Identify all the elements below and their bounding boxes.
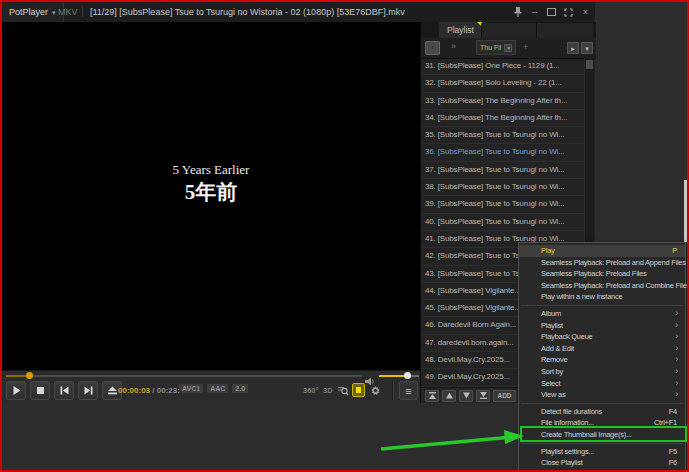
- minimize-icon[interactable]: –: [529, 6, 540, 18]
- playlist-item[interactable]: 40. [SubsPlease] Tsue to Tsurugi no Wi..…: [421, 214, 584, 231]
- play-button[interactable]: [6, 381, 26, 400]
- playlist-toolbar: ‹ » Thu Fil × + ▸ ▾: [421, 38, 596, 59]
- playlist-item[interactable]: 36. [SubsPlease] Tsue to Tsurugi no Wi..…: [421, 144, 584, 161]
- skip-previous-icon: [59, 385, 70, 396]
- potplayer-window: PotPlayer▾ MKV [11/29] [SubsPlease] Tsue…: [2, 2, 595, 403]
- stop-icon: [35, 385, 46, 396]
- app-menu-button[interactable]: PotPlayer▾: [2, 2, 64, 22]
- chevron-down-icon: ▾: [52, 9, 56, 16]
- tab-slot-empty-1[interactable]: [481, 23, 536, 38]
- chevron-right-icon: ▸: [571, 45, 575, 52]
- tab-overflow-icon[interactable]: »: [451, 41, 456, 51]
- menu-item-label: Close Playlist: [541, 458, 583, 467]
- add-tab-icon[interactable]: +: [523, 42, 528, 52]
- eject-icon: [107, 385, 118, 396]
- scrollbar-thumb[interactable]: [586, 60, 593, 69]
- playlist-tab-bar: Playlist: [421, 22, 596, 39]
- page-scrollbar-fragment[interactable]: [684, 180, 688, 242]
- menu-item[interactable]: Playlist: [519, 320, 685, 332]
- codec-badge: AAC: [207, 384, 228, 393]
- menu-item[interactable]: Seamless Playback: Preload and Append Fi…: [519, 257, 685, 269]
- menu-item[interactable]: Select: [519, 378, 685, 390]
- fullscreen-icon[interactable]: [563, 6, 574, 18]
- menu-item[interactable]: Seamless Playback: Preload Files: [519, 268, 685, 280]
- subtitle-search-button[interactable]: [337, 381, 349, 400]
- playlist-item[interactable]: 34. [SubsPlease] The Beginning After th.…: [421, 110, 584, 127]
- next-button[interactable]: [78, 381, 98, 400]
- yellow-indicator: [356, 387, 361, 393]
- menu-item-label: Seamless Playback: Preload and Append Fi…: [541, 258, 686, 267]
- arrow-bottom-icon: [479, 391, 488, 400]
- menu-item-label: Play within a new instance: [541, 292, 622, 301]
- move-to-bottom-button[interactable]: [476, 390, 490, 402]
- playlist-item[interactable]: 31. [SubsPlease] One Piece - 1129 (1...: [421, 58, 584, 75]
- menu-item[interactable]: Seamless Playback: Preload and Combine F…: [519, 280, 685, 292]
- window-controls: – ×: [512, 2, 591, 22]
- codec-badge: 2.0: [232, 384, 248, 393]
- tab-slot-empty-2[interactable]: [536, 23, 593, 38]
- video-360-button[interactable]: 360°: [303, 381, 319, 400]
- playlist-forward-button[interactable]: ▸: [567, 42, 579, 54]
- menu-item-label: Detect file durations: [541, 407, 602, 416]
- playlist-item[interactable]: 37. [SubsPlease] Tsue to Tsurugi no Wi..…: [421, 162, 584, 179]
- menu-item-label: Sort by: [541, 367, 563, 376]
- playlist-file-tab[interactable]: Thu Fil ×: [476, 40, 516, 55]
- menu-item[interactable]: Album: [519, 308, 685, 320]
- container-format-label: MKV: [58, 2, 78, 22]
- playlist-dropdown-button[interactable]: ▾: [581, 42, 593, 54]
- playlist-item[interactable]: 38. [SubsPlease] Tsue to Tsurugi no Wi..…: [421, 179, 584, 196]
- arrow-top-icon: [428, 391, 437, 400]
- file-title: [11/29] [SubsPlease] Tsue to Tsurugi no …: [90, 2, 405, 22]
- menu-separator: [521, 443, 683, 444]
- menu-item[interactable]: Remove: [519, 354, 685, 366]
- controls-divider: [392, 381, 394, 400]
- close-tab-icon[interactable]: ×: [504, 44, 512, 52]
- settings-button[interactable]: [369, 381, 382, 400]
- menu-item[interactable]: Playlist settings... F5: [519, 446, 685, 458]
- playlist-back-button[interactable]: ‹: [425, 41, 440, 55]
- video-area[interactable]: 5 Years Earlier 5年前: [2, 22, 420, 370]
- pin-icon[interactable]: [512, 6, 523, 18]
- hamburger-menu-button[interactable]: ≡: [399, 381, 418, 400]
- seek-progress: [6, 375, 28, 377]
- title-bar: PotPlayer▾ MKV [11/29] [SubsPlease] Tsue…: [2, 2, 595, 22]
- move-up-button[interactable]: [442, 390, 456, 402]
- title-divider: [82, 7, 83, 17]
- menu-item[interactable]: Sort by: [519, 366, 685, 378]
- menu-item[interactable]: Add & Edit: [519, 343, 685, 355]
- close-icon[interactable]: ×: [580, 6, 591, 18]
- move-to-top-button[interactable]: [425, 390, 439, 402]
- menu-item[interactable]: Play within a new instance: [519, 291, 685, 303]
- playlist-file-tab-label: Thu Fil: [480, 44, 501, 51]
- playlist-item[interactable]: 35. [SubsPlease] Tsue to Tsurugi no Wi..…: [421, 127, 584, 144]
- menu-item-label: Seamless Playback: Preload Files: [541, 269, 646, 278]
- stop-button[interactable]: [30, 381, 50, 400]
- menu-item-label: Select: [541, 379, 560, 388]
- menu-item[interactable]: Play P: [519, 245, 685, 257]
- playlist-item[interactable]: 33. [SubsPlease] The Beginning After th.…: [421, 93, 584, 110]
- menu-item-shortcut: F5: [669, 446, 677, 458]
- menu-item-label: Play: [541, 246, 555, 255]
- playlist-item[interactable]: 39. [SubsPlease] Tsue to Tsurugi no Wi..…: [421, 196, 584, 213]
- control-panel-toggle[interactable]: [352, 383, 365, 397]
- volume-handle[interactable]: [404, 372, 411, 379]
- maximize-icon[interactable]: [546, 6, 557, 18]
- seek-bar[interactable]: [6, 375, 362, 377]
- menu-item[interactable]: Close Playlist F6: [519, 457, 685, 469]
- add-button[interactable]: ADD: [493, 390, 516, 402]
- previous-button[interactable]: [54, 381, 74, 400]
- menu-item[interactable]: View as: [519, 389, 685, 401]
- move-down-button[interactable]: [459, 390, 473, 402]
- video-3d-button[interactable]: 3D: [323, 381, 333, 400]
- play-icon: [11, 385, 22, 396]
- subtitle-line-jp: 5年前: [2, 178, 420, 206]
- subtitle-line-en: 5 Years Earlier: [2, 162, 420, 178]
- playlist-item[interactable]: 32. [SubsPlease] Solo Leveling - 22 (1..…: [421, 75, 584, 92]
- codec-badge: AVC1: [179, 384, 203, 393]
- menu-item-label: Playlist: [541, 321, 563, 330]
- tab-playlist[interactable]: Playlist: [439, 22, 482, 38]
- menu-item[interactable]: Playback Queue: [519, 331, 685, 343]
- seek-handle[interactable]: [26, 372, 33, 379]
- control-bar: 00:00:03 / 00:23:46 AVC1AAC2.0 360° 3D ≡: [2, 370, 420, 404]
- menu-item[interactable]: Detect file durations F4: [519, 406, 685, 418]
